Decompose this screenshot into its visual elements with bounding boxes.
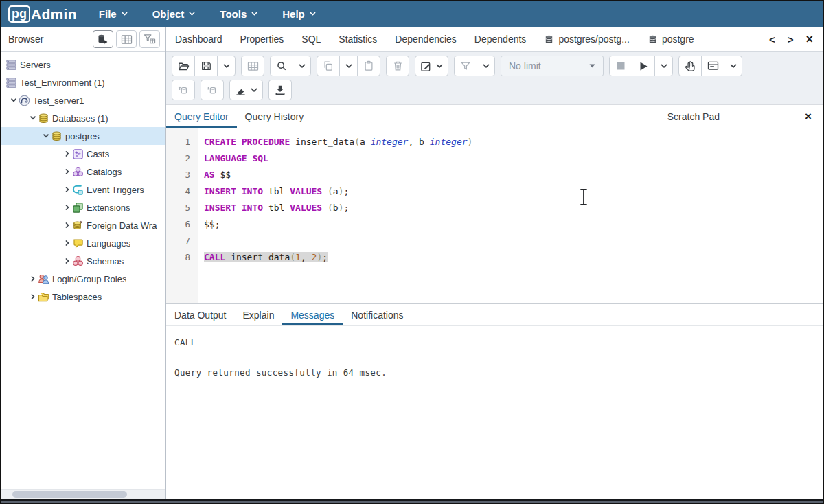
toolbar-group: [317, 56, 380, 76]
tab-scroll-right-button[interactable]: >: [788, 34, 794, 45]
code-line: CALL insert_data(1, 2);: [204, 249, 472, 266]
tree-expander[interactable]: [62, 240, 72, 247]
code-token: INSERT INTO: [204, 203, 263, 213]
code-area[interactable]: CREATE PROCEDURE insert_data(a integer, …: [198, 128, 472, 303]
tree-item-tablespaces[interactable]: Tablespaces: [1, 288, 165, 306]
tab-query-history[interactable]: Query History: [237, 105, 312, 128]
find-options-button[interactable]: [293, 56, 311, 76]
query-tab-group: Query EditorQuery History: [166, 105, 312, 128]
tree-expander[interactable]: [62, 168, 72, 175]
tree-item-foreign-data-wrappers[interactable]: Foreign Data Wra: [1, 216, 165, 234]
tab-close-button[interactable]: ×: [805, 33, 813, 45]
tree-item-casts[interactable]: Casts: [1, 145, 165, 163]
tree-expander[interactable]: [62, 186, 72, 193]
message-line: [174, 350, 814, 365]
scratch-pad-close-button[interactable]: ×: [805, 110, 812, 124]
sql-editor[interactable]: 12345678 CREATE PROCEDURE insert_data(a …: [166, 128, 823, 303]
tab-notifications[interactable]: Notifications: [343, 304, 411, 325]
filter-button[interactable]: [454, 56, 477, 76]
stop-button[interactable]: [609, 56, 632, 76]
clear-button[interactable]: [229, 80, 263, 100]
tab-statistics[interactable]: Statistics: [330, 27, 386, 51]
row-limit-select[interactable]: No limit: [501, 56, 604, 76]
query-tool-button[interactable]: [93, 30, 113, 48]
tree-item-test-environment[interactable]: Test_Environment (1): [1, 73, 165, 91]
menu-file[interactable]: File: [99, 8, 128, 20]
tree-item-label: Foreign Data Wra: [87, 220, 157, 231]
tab-dependents[interactable]: Dependents: [466, 27, 536, 51]
tree-item-postgres[interactable]: postgres: [1, 127, 165, 145]
tab-dependencies[interactable]: Dependencies: [386, 27, 466, 51]
save-options-button[interactable]: [217, 56, 236, 76]
edit-grid-button[interactable]: [241, 56, 264, 76]
tree-expander[interactable]: [27, 115, 38, 122]
tab-query-editor[interactable]: Query Editor: [166, 105, 237, 128]
code-token: 1: [295, 252, 301, 262]
delete-button[interactable]: [386, 56, 409, 76]
tab-query-tool-postgres-long[interactable]: postgres/postg...: [535, 27, 639, 51]
code-token: CALL: [204, 252, 225, 262]
tab-data-output[interactable]: Data Output: [166, 304, 235, 325]
panel-tab-bar: DashboardPropertiesSQLStatisticsDependen…: [166, 27, 823, 52]
code-token: insert_data: [290, 137, 354, 147]
tree-item-catalogs[interactable]: Catalogs: [1, 163, 165, 181]
menu-label: File: [99, 8, 117, 20]
tab-properties[interactable]: Properties: [231, 27, 293, 51]
copy-button[interactable]: [317, 56, 340, 76]
tree-item-extensions[interactable]: Extensions: [1, 198, 165, 216]
tree-expander[interactable]: [62, 204, 72, 211]
find-button[interactable]: [270, 56, 293, 76]
macro-button[interactable]: [678, 56, 702, 76]
tree-item-test-server1[interactable]: Test_server1: [1, 91, 165, 109]
tab-sql[interactable]: SQL: [293, 27, 330, 51]
edit-options-button[interactable]: [415, 56, 448, 76]
tree-expander[interactable]: [27, 275, 38, 282]
more-options-button[interactable]: [724, 56, 742, 76]
window-body: Browser ServersTest_Environment (1)Test_…: [1, 27, 823, 499]
commit-button[interactable]: [172, 80, 195, 100]
code-token: LANGUAGE SQL: [204, 153, 268, 163]
tab-label: Dashboard: [175, 34, 222, 45]
tree-item-databases[interactable]: Databases (1): [1, 109, 165, 127]
tree-expander[interactable]: [62, 257, 72, 264]
tree-item-servers[interactable]: Servers: [1, 56, 165, 73]
tree-expander[interactable]: [8, 97, 19, 104]
tab-dashboard[interactable]: Dashboard: [166, 27, 231, 51]
menu-tools[interactable]: Tools: [220, 8, 258, 20]
rollback-button[interactable]: [201, 80, 224, 100]
paste-button[interactable]: [357, 56, 380, 76]
filter-options-button[interactable]: [477, 56, 495, 76]
menu-object[interactable]: Object: [152, 8, 196, 20]
execute-button[interactable]: [632, 56, 655, 76]
tree-expander[interactable]: [27, 293, 38, 300]
tree-item-label: Test_server1: [33, 95, 84, 106]
copy-options-button[interactable]: [339, 56, 358, 76]
tree-expander[interactable]: [41, 133, 51, 139]
menu-help[interactable]: Help: [282, 8, 316, 20]
casts-icon: [72, 148, 84, 160]
line-number-gutter: 12345678: [166, 128, 198, 303]
tab-scroll-left-button[interactable]: <: [769, 34, 775, 45]
hand-icon: [685, 60, 696, 72]
view-data-button[interactable]: [116, 30, 137, 48]
tree-item-login-group-roles[interactable]: Login/Group Roles: [1, 270, 165, 288]
execute-options-button[interactable]: [654, 56, 673, 76]
tree-item-schemas[interactable]: Schemas: [1, 252, 165, 270]
save-file-button[interactable]: [194, 56, 218, 76]
tree-expander[interactable]: [62, 222, 72, 229]
tab-query-tool-postgre[interactable]: postgre: [639, 27, 703, 51]
code-token: [322, 203, 328, 213]
tree-expander[interactable]: [62, 150, 72, 157]
filtered-rows-button[interactable]: [139, 30, 160, 48]
scrollbar-thumb[interactable]: [12, 491, 127, 498]
tab-messages[interactable]: Messages: [282, 304, 343, 325]
download-button[interactable]: [268, 80, 292, 100]
tab-explain[interactable]: Explain: [235, 304, 283, 325]
keyboard-shortcuts-button[interactable]: [701, 56, 724, 76]
sidebar-horizontal-scrollbar[interactable]: [1, 489, 165, 499]
tree-item-event-triggers[interactable]: Event Triggers: [1, 181, 165, 198]
open-file-button[interactable]: [172, 56, 195, 76]
language-icon: [72, 238, 84, 249]
code-token: CREATE PROCEDURE: [204, 137, 290, 147]
tree-item-languages[interactable]: Languages: [1, 234, 165, 252]
